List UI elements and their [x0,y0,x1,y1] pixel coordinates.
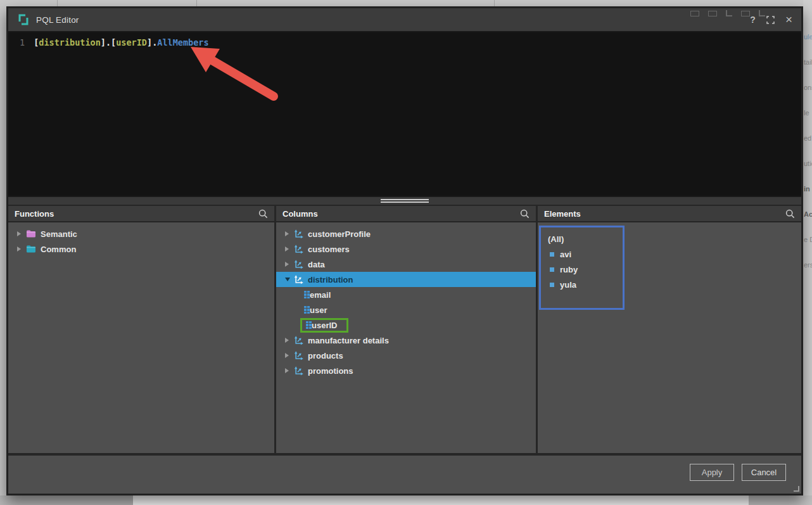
elements-search-icon[interactable] [785,209,795,219]
tree-item-products[interactable]: products [276,348,536,363]
tree-item-customers[interactable]: customers [276,241,536,257]
tree-item-label: customers [308,245,350,254]
columns-search-icon[interactable] [520,209,530,219]
elements-panel-title: Elements [544,209,581,219]
tree-item-label: userID [312,321,337,330]
background-text-fragment: ers [804,261,812,269]
tree-item-data[interactable]: data [276,257,536,272]
element-label: ruby [560,265,578,274]
dimension-icon [294,336,303,345]
element-label: avi [560,250,571,259]
annotation-blue-box: (All)avirubyyula [539,226,625,310]
tree-item-manufacturer-details[interactable]: manufacturer details [276,333,536,348]
elements-panel-header: Elements [538,206,801,222]
functions-panel-header: Functions [8,206,274,222]
tree-item-label: user [310,305,327,315]
code-editor[interactable]: 1 [distribution].[userID].AllMembers [8,32,801,196]
maximize-icon[interactable] [766,16,775,24]
background-app-bottom-strip [0,495,812,505]
chevron-right-icon[interactable] [285,338,294,343]
functions-panel-title: Functions [15,209,54,219]
chevron-right-icon[interactable] [285,246,294,252]
annotation-green-box: userID [300,318,348,333]
element-item-avi[interactable]: avi [541,246,623,262]
tree-item-semantic[interactable]: Semantic [8,226,274,241]
elements-list-area: (All)avirubyyula [538,222,801,453]
line-number: 1 [20,37,25,48]
splitter-grip-icon [381,198,429,204]
element-item--all-[interactable]: (All) [541,231,623,246]
tree-item-user[interactable]: user [276,302,536,317]
dialog-titlebar: PQL Editor ? × [8,8,801,31]
tree-item-label: customerProfile [308,229,371,239]
chevron-right-icon[interactable] [285,353,294,358]
tree-item-label: promotions [308,366,353,376]
dimension-icon [294,275,303,284]
background-text-fragment: in E [804,185,812,193]
column-grid-icon [306,321,312,329]
columns-panel: Columns customerProfilecustomersdatadist… [276,206,536,453]
panels-row: Functions SemanticCommon Columns custome… [8,206,801,453]
background-text-fragment: ed [804,134,811,142]
close-icon[interactable]: × [785,15,792,24]
dimension-icon [294,260,303,269]
code-line: 1 [distribution].[userID].AllMembers [8,32,801,48]
column-grid-icon [304,291,310,299]
folder-icon [26,245,36,253]
functions-panel: Functions SemanticCommon [8,206,274,453]
element-bullet-icon [550,267,554,272]
tree-item-label: Semantic [41,229,77,239]
background-text-fragment: ons [804,84,812,91]
tree-item-label: distribution [308,275,353,284]
background-text-fragment: tail [804,58,812,66]
tree-item-label: email [310,290,331,300]
tree-item-common[interactable]: Common [8,241,274,257]
elements-panel: Elements (All)avirubyyula [538,206,801,453]
annotation-red-arrow [8,32,801,196]
chevron-down-icon[interactable] [285,278,294,281]
chevron-right-icon[interactable] [17,231,26,236]
element-bullet-icon [550,252,554,257]
columns-panel-header: Columns [276,206,536,222]
cancel-button[interactable]: Cancel [742,464,786,481]
dimension-icon [294,229,303,239]
element-item-ruby[interactable]: ruby [541,262,623,277]
tree-item-userid[interactable]: userID [276,317,536,333]
tree-item-label: Common [41,245,76,254]
tree-item-email[interactable]: email [276,287,536,302]
functions-search-icon[interactable] [258,209,268,219]
background-text-fragment: le [804,109,809,117]
background-app-right-strip: uletailonsleedutioin EAcce Ders [803,0,812,495]
tree-item-promotions[interactable]: promotions [276,363,536,378]
apply-button[interactable]: Apply [690,464,734,481]
dimension-icon [294,351,303,361]
tree-item-label: products [308,351,343,361]
resize-grip[interactable] [794,486,799,492]
background-text-fragment: e D [804,236,812,243]
columns-panel-title: Columns [282,209,318,219]
tree-item-distribution[interactable]: distribution [276,272,536,287]
background-text-fragment: Acc [804,210,812,218]
help-icon[interactable]: ? [750,15,756,25]
tree-item-label: manufacturer details [308,336,389,345]
chevron-right-icon[interactable] [285,231,294,236]
dialog-footer: Apply Cancel [8,456,801,494]
dimension-icon [294,245,303,254]
tree-item-label: data [308,260,325,269]
chevron-right-icon[interactable] [285,368,294,373]
chevron-right-icon[interactable] [285,262,294,267]
chevron-right-icon[interactable] [17,246,26,252]
horizontal-splitter[interactable] [8,196,801,206]
background-text-fragment: utio [804,160,812,167]
background-text-fragment: ule [804,33,812,41]
tree-item-customerprofile[interactable]: customerProfile [276,226,536,241]
columns-tree: customerProfilecustomersdatadistribution… [276,222,536,453]
column-grid-icon [304,306,310,314]
dialog-title: PQL Editor [36,15,79,25]
pql-editor-logo-icon [17,13,30,26]
element-item-yula[interactable]: yula [541,277,623,292]
code-text: [distribution].[userID].AllMembers [34,37,208,48]
functions-tree: SemanticCommon [8,222,274,453]
element-label: yula [560,280,576,290]
dimension-icon [294,366,303,376]
